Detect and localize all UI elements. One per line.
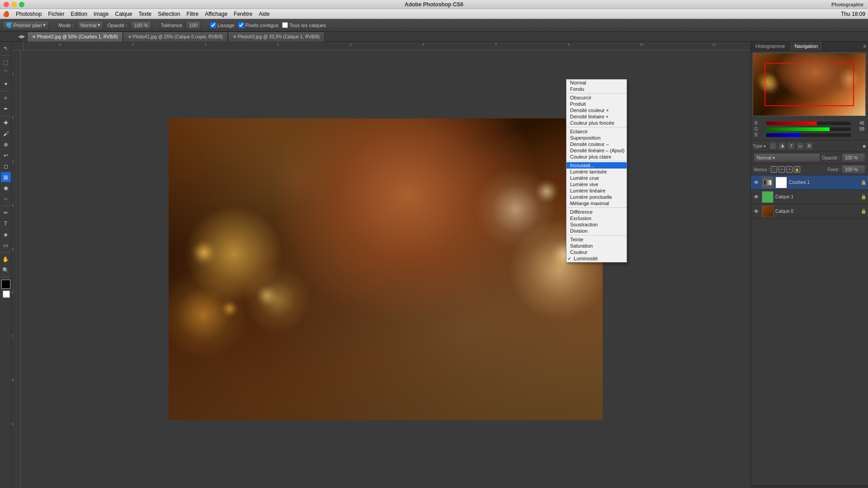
menu-image[interactable]: Image bbox=[94, 11, 108, 17]
blend-lumiere-vive[interactable]: Lumière vive bbox=[566, 181, 627, 188]
blend-teinte[interactable]: Teinte bbox=[566, 236, 627, 243]
blend-produit[interactable]: Produit bbox=[566, 101, 627, 107]
shape-tool[interactable]: ▭ bbox=[1, 240, 11, 250]
layer-calque1-eye[interactable]: 👁 bbox=[753, 194, 760, 200]
tool-preset-picker[interactable]: 🪣 Premier plan ▾ bbox=[3, 21, 49, 30]
hand-tool[interactable]: ✋ bbox=[1, 254, 11, 264]
minimize-button[interactable] bbox=[11, 2, 17, 7]
blend-densite-lineaire-ajout[interactable]: Densité linéaire – (Ajout) bbox=[566, 147, 627, 154]
blend-mode-dropdown[interactable]: Normal Fondu Obscurcir Produit Densité c… bbox=[566, 79, 627, 263]
history-brush-tool[interactable]: ↩ bbox=[1, 150, 11, 160]
layer-blend-mode-dropdown[interactable]: Normal ▾ bbox=[754, 153, 820, 162]
path-tool[interactable]: ◈ bbox=[1, 230, 11, 239]
wand-tool[interactable]: ✦ bbox=[1, 79, 11, 89]
eyedropper-tool[interactable]: ✒ bbox=[1, 104, 11, 114]
blend-exclusion[interactable]: Exclusion bbox=[566, 215, 627, 221]
layer-courbes1-eye[interactable]: 👁 bbox=[753, 179, 760, 186]
tous-calques-checkbox[interactable]: Tous les calques bbox=[282, 22, 326, 28]
blend-lumiere-tamisee[interactable]: Lumière tamisée bbox=[566, 169, 627, 175]
lock-all-btn[interactable]: 🔒 bbox=[794, 166, 800, 173]
pixels-contigus-checkbox[interactable]: Pixels contigus bbox=[238, 22, 278, 28]
canvas-container[interactable] bbox=[21, 51, 750, 488]
layer-row-calque0[interactable]: 👁 Calque 0 🔒 bbox=[751, 204, 868, 219]
foreground-color[interactable] bbox=[1, 280, 10, 289]
filter-shape-btn[interactable]: ▭ bbox=[796, 142, 804, 150]
menu-filtre[interactable]: Filtre bbox=[187, 11, 199, 17]
blend-densite-couleur-plus[interactable]: Densité couleur + bbox=[566, 107, 627, 113]
layer-calque0-eye[interactable]: 👁 bbox=[753, 208, 760, 215]
filter-text-btn[interactable]: T bbox=[787, 142, 795, 150]
blend-incrustation[interactable]: Incrustati... bbox=[566, 162, 627, 169]
menu-fichier[interactable]: Fichier bbox=[48, 11, 64, 17]
layer-row-courbes1[interactable]: 👁 Courbes 1 🔒 bbox=[751, 175, 868, 190]
menu-calque[interactable]: Calque bbox=[115, 11, 132, 17]
panel-menu-btn[interactable]: ≡ bbox=[862, 42, 868, 51]
blend-superposition[interactable]: Superposition bbox=[566, 135, 627, 141]
menu-texte[interactable]: Texte bbox=[139, 11, 152, 17]
blend-melange-maximal[interactable]: Mélange maximal bbox=[566, 200, 627, 206]
marquee-tool[interactable]: ⬚ bbox=[1, 57, 11, 67]
blend-couleur[interactable]: Couleur bbox=[566, 249, 627, 255]
mode-dropdown[interactable]: Normal ▾ bbox=[77, 21, 104, 30]
canvas-image[interactable] bbox=[169, 118, 603, 420]
eraser-tool[interactable]: ◻ bbox=[1, 161, 11, 171]
zoom-tool[interactable]: 🔍 bbox=[1, 265, 11, 275]
pen-tool[interactable]: ✏ bbox=[1, 208, 11, 218]
tab-histogram[interactable]: Histogramme bbox=[751, 42, 790, 51]
blend-difference[interactable]: Différence bbox=[566, 209, 627, 215]
filter-pixel-btn[interactable]: ⬚ bbox=[769, 142, 777, 150]
background-color[interactable] bbox=[3, 291, 10, 298]
blend-obscurcir[interactable]: Obscurcir bbox=[566, 94, 627, 101]
tab-photo2[interactable]: ✕ Photo#2.jpg @ 50% (Courbes 1, RVB/8) bbox=[27, 32, 123, 42]
layer-row-calque1[interactable]: 👁 Calque 1 🔒 bbox=[751, 190, 868, 204]
menu-fenetre[interactable]: Fenêtre bbox=[234, 11, 252, 17]
tab-photo3[interactable]: ✕ Photo#3.jpg @ 33,3% (Calque 1, RVB/8) bbox=[228, 32, 325, 42]
tab-navigation[interactable]: Navigation bbox=[790, 42, 823, 51]
filter-smart-btn[interactable]: ⚙ bbox=[805, 142, 813, 150]
tolerance-input[interactable]: 100 bbox=[186, 21, 200, 30]
layer-opacity-input[interactable]: 100 % bbox=[842, 153, 865, 162]
blend-luminosite[interactable]: Luminosité bbox=[566, 255, 627, 262]
clone-tool[interactable]: ⊕ bbox=[1, 140, 11, 150]
blend-saturation[interactable]: Saturation bbox=[566, 243, 627, 249]
menu-photoshop[interactable]: Photoshop bbox=[16, 11, 42, 17]
blend-densite-lineaire-plus[interactable]: Densité linéaire + bbox=[566, 113, 627, 120]
blend-normal[interactable]: Normal bbox=[566, 80, 627, 86]
move-tool[interactable]: ↖ bbox=[1, 43, 11, 53]
blend-fondu[interactable]: Fondu bbox=[566, 86, 627, 92]
filter-toggle[interactable]: ● bbox=[863, 142, 866, 150]
lock-transparent-btn[interactable]: ⬚ bbox=[771, 166, 777, 173]
lissage-checkbox[interactable]: Lissage bbox=[210, 22, 235, 28]
gradient-tool[interactable]: ▦ bbox=[1, 172, 11, 182]
dodge-tool[interactable]: ○ bbox=[1, 194, 11, 204]
menu-affichage[interactable]: Affichage bbox=[205, 11, 227, 17]
healing-tool[interactable]: ✚ bbox=[1, 118, 11, 128]
blend-soustraction[interactable]: Soustraction bbox=[566, 221, 627, 228]
lock-pixels-btn[interactable]: ✏ bbox=[778, 166, 785, 173]
blend-lumiere-crue[interactable]: Lumière crue bbox=[566, 175, 627, 181]
tab-arrows[interactable]: ◀▶ bbox=[18, 34, 25, 39]
brush-tool[interactable]: 🖌 bbox=[1, 129, 11, 139]
blend-lumiere-lineaire[interactable]: Lumière linéaire bbox=[566, 188, 627, 194]
blend-lumiere-ponctuelle[interactable]: Lumière ponctuelle bbox=[566, 194, 627, 200]
apple-menu[interactable]: 🍎 bbox=[3, 11, 9, 17]
blend-division[interactable]: Division bbox=[566, 228, 627, 234]
crop-tool[interactable]: ⌗ bbox=[1, 93, 11, 103]
filter-adj-btn[interactable]: ◑ bbox=[778, 142, 786, 150]
blend-couleur-claire[interactable]: Couleur plus claire bbox=[566, 154, 627, 160]
close-button[interactable] bbox=[4, 2, 9, 7]
fill-input[interactable]: 100 % bbox=[842, 165, 865, 174]
menu-edition[interactable]: Edition bbox=[71, 11, 87, 17]
lock-position-btn[interactable]: ✛ bbox=[786, 166, 793, 173]
blend-couleur-foncee[interactable]: Couleur plus foncée bbox=[566, 120, 627, 126]
lasso-tool[interactable]: ⌒ bbox=[1, 68, 11, 78]
opacite-input[interactable]: 100 % bbox=[131, 21, 151, 30]
blur-tool[interactable]: ◉ bbox=[1, 183, 11, 193]
blend-densite-couleur-moins[interactable]: Densité couleur – bbox=[566, 141, 627, 147]
tab-photo1[interactable]: ✕ Photo#1.jpg @ 25% (Calque 0 copie, RVB… bbox=[123, 32, 228, 42]
menu-aide[interactable]: Aide bbox=[259, 11, 269, 17]
text-tool[interactable]: T bbox=[1, 219, 11, 229]
menu-selection[interactable]: Sélection bbox=[158, 11, 180, 17]
maximize-button[interactable] bbox=[19, 2, 24, 7]
blend-eclaircir[interactable]: Eclaircir bbox=[566, 128, 627, 135]
